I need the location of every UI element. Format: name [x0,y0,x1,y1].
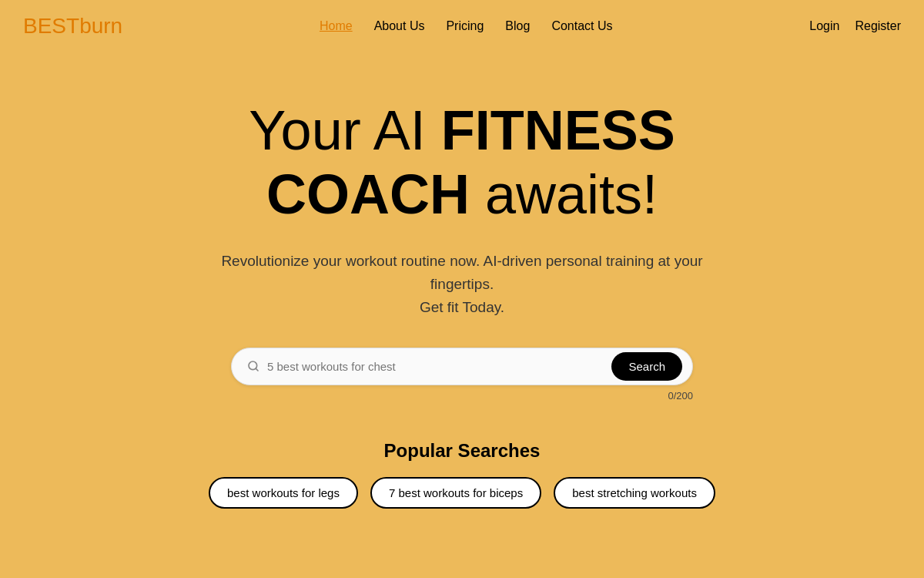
hero-title-normal1: Your AI [249,99,441,161]
hero-subtitle-line1: Revolutionize your workout routine now. … [221,253,702,292]
logo-bold: BEST [23,14,79,38]
nav-links: Home About Us Pricing Blog Contact Us [320,19,613,33]
navbar: BESTburn Home About Us Pricing Blog Cont… [0,0,924,52]
nav-link-about[interactable]: About Us [374,19,425,32]
register-link[interactable]: Register [855,19,901,33]
hero-title-line1: Your AI FITNESS [249,99,675,161]
nav-link-pricing[interactable]: Pricing [446,19,484,32]
tag-biceps[interactable]: 7 best workouts for biceps [370,477,541,509]
hero-title-normal2: awaits! [470,163,658,225]
svg-line-1 [256,368,258,371]
search-button[interactable]: Search [611,352,682,381]
char-count: 0/200 [668,390,693,402]
hero-section: Your AI FITNESS COACH awaits! Revolution… [0,52,924,539]
hero-title-line2: COACH awaits! [266,163,658,225]
nav-item-contact[interactable]: Contact Us [551,19,612,33]
hero-subtitle: Revolutionize your workout routine now. … [192,250,732,320]
popular-searches-section: Popular Searches best workouts for legs … [15,440,909,509]
nav-item-home[interactable]: Home [320,19,353,33]
search-bar: Search [231,348,693,385]
logo: BESTburn [23,14,122,39]
nav-item-pricing[interactable]: Pricing [446,19,484,33]
search-area: Search 0/200 [231,348,693,402]
logo-light: burn [79,14,122,38]
hero-title-bold2: COACH [266,163,470,225]
hero-title: Your AI FITNESS COACH awaits! [249,99,675,227]
tag-legs[interactable]: best workouts for legs [209,477,358,509]
nav-link-blog[interactable]: Blog [505,19,530,32]
tag-stretching[interactable]: best stretching workouts [554,477,715,509]
nav-link-contact[interactable]: Contact Us [551,19,612,32]
search-input[interactable] [267,349,608,384]
auth-links: Login Register [809,19,901,33]
hero-title-bold1: FITNESS [441,99,675,161]
search-icon [247,360,259,372]
nav-item-blog[interactable]: Blog [505,19,530,33]
popular-searches-title: Popular Searches [15,440,909,462]
hero-subtitle-line2: Get fit Today. [420,299,504,315]
login-link[interactable]: Login [809,19,839,33]
nav-item-about[interactable]: About Us [374,19,425,33]
nav-link-home[interactable]: Home [320,19,353,32]
popular-tags-list: best workouts for legs 7 best workouts f… [15,477,909,509]
